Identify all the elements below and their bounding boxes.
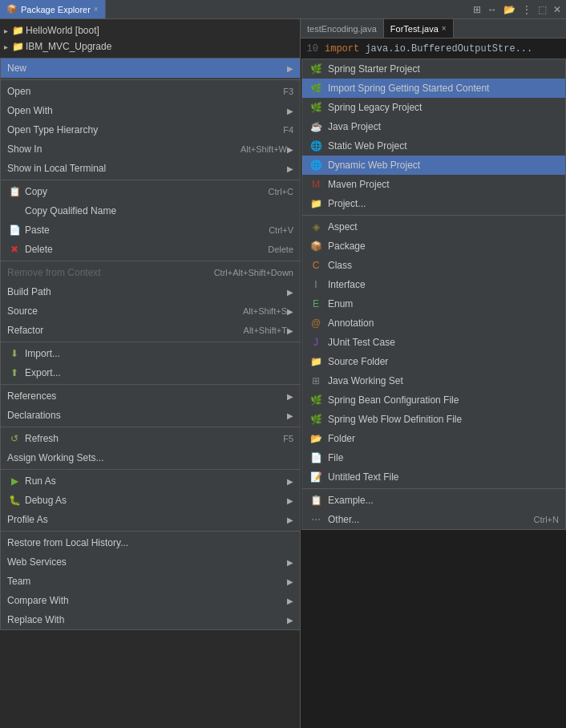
menu-label-show-local-terminal: Show in Local Terminal	[7, 163, 287, 174]
submenu-item-maven[interactable]: M Maven Project	[302, 175, 565, 194]
label-junit: JUnit Test Case	[328, 337, 395, 348]
menu-label-paste: Paste	[25, 224, 269, 236]
run-as-icon: ▶	[7, 474, 22, 488]
menu-label-refresh: Refresh	[25, 433, 283, 444]
shortcut-remove-context: Ctrl+Alt+Shift+Down	[214, 268, 293, 277]
menu-item-open-type-hierarchy[interactable]: Open Type Hierarchy F4	[1, 120, 300, 140]
label-java-working-set: Java Working Set	[328, 375, 403, 386]
menu-item-delete[interactable]: ✖ Delete Delete	[1, 240, 300, 259]
package-explorer-tab[interactable]: 📦 Package Explorer ×	[0, 0, 106, 18]
icon-import-spring: 🌿	[309, 81, 323, 95]
submenu-arrow-debug-as: ▶	[287, 496, 293, 505]
submenu-item-dynamic-web[interactable]: 🌐 Dynamic Web Project	[302, 156, 565, 175]
menu-item-web-services[interactable]: Web Services ▶	[1, 552, 300, 572]
toolbar-icon-6[interactable]: ✕	[552, 4, 563, 15]
line-num-10a: 10	[301, 42, 325, 56]
icon-spring-bean: 🌿	[309, 393, 323, 407]
submenu-item-spring-web-flow[interactable]: 🌿 Spring Web Flow Definition File	[302, 410, 565, 429]
left-panel: ▸ 📁 HelloWorld [boot] ▸ 📁 IBM_MVC_Upgrad…	[0, 19, 301, 728]
submenu-item-java-project[interactable]: ☕ Java Project	[302, 117, 565, 136]
submenu-item-aspect[interactable]: ◈ Aspect	[302, 217, 565, 237]
submenu-item-folder[interactable]: 📂 Folder	[302, 429, 565, 448]
label-spring-web-flow: Spring Web Flow Definition File	[328, 414, 462, 425]
menu-item-copy[interactable]: 📋 Copy Ctrl+C	[1, 182, 300, 201]
menu-item-team[interactable]: Team ▶	[1, 572, 300, 591]
menu-item-run-as[interactable]: ▶ Run As ▶	[1, 471, 300, 491]
menu-item-debug-as[interactable]: 🐛 Debug As ▶	[1, 491, 300, 510]
submenu-item-annotation[interactable]: @ Annotation	[302, 313, 565, 333]
menu-item-replace-with[interactable]: Replace With ▶	[1, 610, 300, 629]
separator-1	[1, 79, 300, 80]
submenu-item-enum[interactable]: E Enum	[302, 294, 565, 313]
menu-item-restore-history[interactable]: Restore from Local History...	[1, 533, 300, 552]
menu-item-copy-qualified[interactable]: Copy Qualified Name	[1, 201, 300, 220]
copy-qual-icon	[7, 204, 22, 218]
tab-close-fortest[interactable]: ×	[442, 24, 447, 33]
menu-item-new[interactable]: New ▶	[1, 59, 300, 78]
menu-label-references: References	[7, 390, 287, 402]
submenu-arrow-show-in: ▶	[287, 145, 293, 154]
submenu-separator-2	[302, 488, 565, 489]
toolbar-icon-4[interactable]: ⋮	[520, 4, 533, 15]
icon-source-folder: 📁	[309, 354, 323, 369]
submenu-item-class[interactable]: C Class	[302, 256, 565, 275]
submenu-item-file[interactable]: 📄 File	[302, 448, 565, 467]
menu-item-paste[interactable]: 📄 Paste Ctrl+V	[1, 220, 300, 240]
tree-item-ibm[interactable]: ▸ 📁 IBM_MVC_Upgrade	[0, 38, 300, 55]
label-annotation: Annotation	[328, 317, 374, 329]
submenu-item-spring-bean[interactable]: 🌿 Spring Bean Configuration File	[302, 390, 565, 410]
submenu-item-spring-legacy[interactable]: 🌿 Spring Legacy Project	[302, 98, 565, 117]
submenu-item-junit[interactable]: J JUnit Test Case	[302, 333, 565, 352]
menu-item-export[interactable]: ⬆ Export...	[1, 363, 300, 382]
submenu-item-untitled[interactable]: 📝 Untitled Text File	[302, 467, 565, 487]
tab-testencoding[interactable]: testEncoding.java	[301, 19, 384, 38]
menu-item-compare-with[interactable]: Compare With ▶	[1, 591, 300, 610]
menu-label-export: Export...	[25, 367, 293, 378]
menu-item-references[interactable]: References ▶	[1, 386, 300, 406]
menu-label-restore-history: Restore from Local History...	[7, 537, 293, 548]
label-import-spring: Import Spring Getting Started Content	[328, 83, 489, 94]
toolbar-icon-3[interactable]: 📂	[502, 4, 517, 15]
icon-project: 📁	[309, 196, 323, 211]
submenu-item-package[interactable]: 📦 Package	[302, 237, 565, 256]
toolbar-icon-5[interactable]: ⬚	[536, 4, 548, 15]
menu-item-build-path[interactable]: Build Path ▶	[1, 282, 300, 301]
menu-item-profile-as[interactable]: Profile As ▶	[1, 510, 300, 529]
submenu-arrow-replace-with: ▶	[287, 616, 293, 625]
code-content-10a: import java.io.BufferedOutputStre...	[325, 42, 532, 56]
submenu-item-interface[interactable]: I Interface	[302, 275, 565, 294]
icon-spring-starter: 🌿	[309, 62, 323, 76]
submenu-arrow-web-services: ▶	[287, 558, 293, 567]
editor-tabs: testEncoding.java ForTest.java ×	[301, 19, 566, 38]
toolbar-icon-1[interactable]: ⊞	[471, 4, 483, 15]
label-project: Project...	[328, 198, 366, 209]
menu-item-show-in[interactable]: Show In Alt+Shift+W ▶	[1, 140, 300, 159]
menu-item-declarations[interactable]: Declarations ▶	[1, 406, 300, 425]
menu-item-import[interactable]: ⬇ Import...	[1, 344, 300, 363]
submenu-item-java-working-set[interactable]: ⊞ Java Working Set	[302, 371, 565, 390]
submenu-item-static-web[interactable]: 🌐 Static Web Project	[302, 136, 565, 156]
menu-item-refresh[interactable]: ↺ Refresh F5	[1, 429, 300, 448]
submenu-item-import-spring[interactable]: 🌿 Import Spring Getting Started Content	[302, 79, 565, 98]
menu-item-open[interactable]: Open F3	[1, 82, 300, 101]
menu-item-assign-working-sets[interactable]: Assign Working Sets...	[1, 448, 300, 467]
package-explorer-icon: 📦	[6, 4, 18, 14]
submenu-item-other[interactable]: ⋯ Other... Ctrl+N	[302, 510, 565, 529]
package-explorer-close[interactable]: ×	[94, 5, 99, 14]
tree-item-helloworld[interactable]: ▸ 📁 HelloWorld [boot]	[0, 22, 300, 38]
submenu-item-example[interactable]: 📋 Example...	[302, 491, 565, 510]
icon-example: 📋	[309, 493, 323, 508]
menu-item-open-with[interactable]: Open With ▶	[1, 101, 300, 120]
submenu-arrow-team: ▶	[287, 577, 293, 586]
submenu-item-source-folder[interactable]: 📁 Source Folder	[302, 352, 565, 371]
menu-item-source[interactable]: Source Alt+Shift+S ▶	[1, 301, 300, 321]
toolbar-icon-2[interactable]: ↔	[486, 4, 499, 15]
menu-item-show-local-terminal[interactable]: Show in Local Terminal ▶	[1, 159, 300, 178]
icon-package: 📦	[309, 239, 323, 253]
menu-item-refactor[interactable]: Refactor Alt+Shift+T ▶	[1, 321, 300, 340]
submenu-item-spring-starter[interactable]: 🌿 Spring Starter Project	[302, 59, 565, 79]
tab-fortest[interactable]: ForTest.java ×	[384, 19, 454, 38]
icon-folder: 📂	[309, 431, 323, 446]
menu-label-import: Import...	[25, 348, 293, 359]
submenu-item-project[interactable]: 📁 Project...	[302, 194, 565, 213]
